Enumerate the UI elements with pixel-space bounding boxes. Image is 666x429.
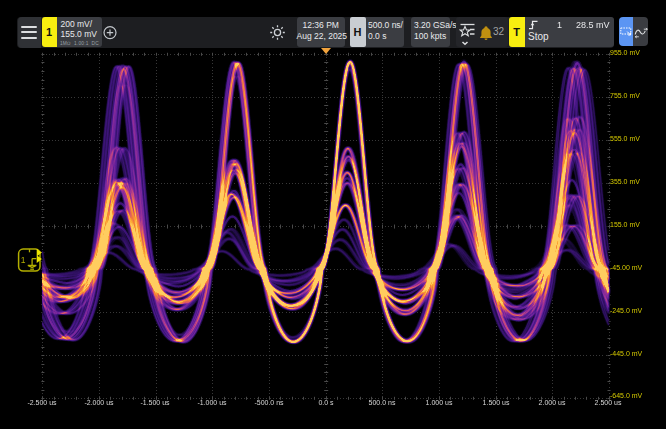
svg-text:1: 1 [21, 255, 26, 265]
